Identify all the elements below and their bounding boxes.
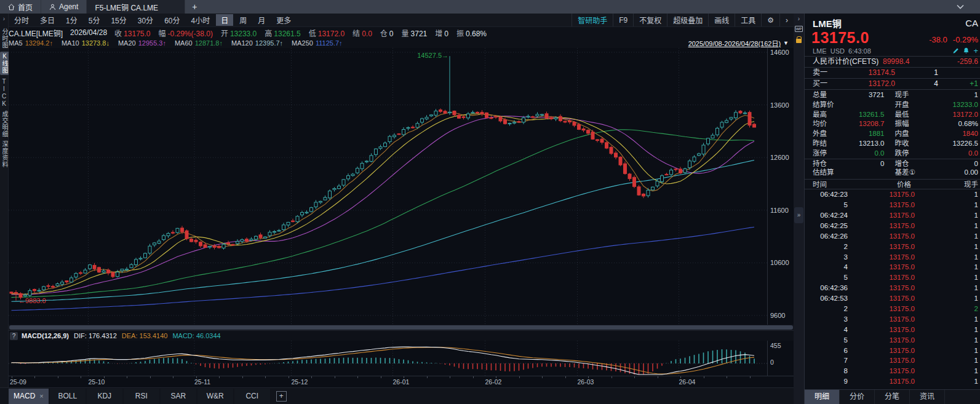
period-button-4小时[interactable]: 4小时 [186,14,215,26]
tick-row[interactable]: 513175.01 [805,200,980,210]
cfets-row[interactable]: 人民币计价(CFETS) 89998.4 -259.6 [805,57,980,68]
panel-arrow-icon[interactable]: › [794,15,804,23]
sidebar-item-成交明细[interactable]: 成交明细 [0,111,9,138]
sidebar-item-分时图[interactable]: 分时图 [0,28,9,49]
sidebar-collapse-icon[interactable]: › [0,14,8,25]
tick-row[interactable]: 513175.01 [805,335,980,346]
candlestick-chart[interactable]: 14527.5→←9883.0 [9,48,767,325]
chevron-down-icon[interactable] [957,0,964,14]
period-button-月[interactable]: 月 [253,14,270,26]
price-tick-11600: 11600 [770,207,789,214]
panel-expand-icon[interactable]: » [794,207,803,223]
info-field-振: 振0.68% [456,28,487,38]
stat-value: 1 [974,90,978,100]
panel-tab-资讯[interactable]: 资讯 [910,390,945,404]
contract-symbol: CA.LME[LME铜] [9,28,63,38]
indicator-tab-SAR[interactable]: SAR [161,389,196,404]
tick-row[interactable]: 713175.01 [805,355,980,366]
tick-row[interactable]: 413175.01 [805,262,980,272]
sidebar-item-K线图[interactable]: K线图 [0,52,9,75]
indicator-tab-RSI[interactable]: RSI [124,389,159,404]
contract-name: LME铜 [813,18,842,29]
sidebar-item-TICK[interactable]: TICK [1,78,7,108]
tab-contract[interactable]: F5-LME铜 CA.LME [87,0,185,14]
period-button-周[interactable]: 周 [234,14,252,26]
period-button-多日[interactable]: 多日 [35,14,60,26]
stat-label: 最低 [895,110,909,120]
panel-tab-明细[interactable]: 明细 [805,390,840,404]
tick-row[interactable]: 06:42:5313175.01 [805,293,980,304]
tick-row[interactable]: 413175.01 [805,325,980,335]
tick-row[interactable]: 613175.01 [805,346,980,356]
period-button-60分[interactable]: 60分 [159,14,185,26]
period-button-日[interactable]: 日 [216,14,233,26]
info-label: 幅 [159,30,166,38]
indicator-tab-CCI[interactable]: CCI [234,389,270,404]
new-tab-button[interactable]: + [185,0,204,14]
settings-gear-icon[interactable]: ⚙ [761,14,779,26]
stat-基差①: 基差①0.00 [893,168,980,178]
toolbar-button-超级叠加[interactable]: 超级叠加 [667,14,708,26]
axis-tick [542,376,543,378]
indicator-tab-KDJ[interactable]: KDJ [87,389,122,404]
indicator-tab-W&R[interactable]: W&R [197,389,233,404]
add-alert-icon[interactable]: + [973,47,978,54]
tick-volume: 1 [966,366,978,376]
toolbar-button-不复权[interactable]: 不复权 [633,14,667,26]
ticks-header: 时间 价格 现手 [805,180,980,189]
bell-icon[interactable] [963,47,970,54]
close-icon[interactable]: × [39,392,43,400]
tick-row[interactable]: 913175.01 [805,376,980,387]
wp-badge-icon[interactable]: WP [795,26,803,32]
time-sales-list[interactable]: 06:42:2313175.01513175.0106:42:2413175.0… [805,189,980,387]
tick-row[interactable]: 513175.01 [805,272,980,283]
tick-row[interactable]: 313175.01 [805,314,980,325]
tick-row[interactable]: 06:42:2313175.01 [805,189,980,200]
tick-row[interactable]: 06:42:2413175.01 [805,210,980,221]
period-button-更多[interactable]: 更多 [271,14,296,26]
panel-tab-分价[interactable]: 分价 [840,390,875,404]
pencil-icon[interactable] [952,47,959,54]
bid-price: 13172.0 [856,79,895,89]
indicator-tab-BOLL[interactable]: BOLL [50,389,86,404]
toolbar-button-F9[interactable]: F9 [613,14,633,26]
toolbar-button-画线[interactable]: 画线 [708,14,735,26]
date-range-control[interactable]: 2025/09/08-2026/04/28(162日) ▼ [688,38,794,48]
period-button-1分[interactable]: 1分 [61,14,82,26]
chart-scrollbar-thumb[interactable] [9,325,793,330]
axis-tick [335,376,335,378]
toolbar-button-工具[interactable]: 工具 [735,14,761,26]
indicator-tab-MACD[interactable]: MACD× [9,389,49,404]
period-button-30分[interactable]: 30分 [133,14,158,26]
lock-icon[interactable] [796,39,802,43]
stat-增仓: 增仓0 [893,159,980,168]
bid-row[interactable]: 买一 13172.0 4 +1 [805,79,980,90]
axis-tick [104,376,105,378]
add-indicator-button[interactable]: + [276,391,287,402]
chart-scrollbar[interactable] [9,325,794,330]
macd-panel[interactable] [9,341,767,376]
tick-row[interactable]: 213175.01 [805,242,980,252]
tick-row[interactable]: 06:42:2613175.01 [805,231,980,242]
tab-agent[interactable]: Agent [41,0,87,14]
sidebar-item-深度资料[interactable]: 深度资料 [0,141,9,168]
period-button-5分[interactable]: 5分 [84,14,105,26]
toolbar-button-智研助手[interactable]: 智研助手 [572,14,613,26]
macd-axis-zero: 0 [770,358,774,366]
help-icon[interactable]: ? [10,332,18,340]
stats-row: 持仓0增仓0 [805,159,980,168]
axis-tick [727,376,727,378]
period-button-15分[interactable]: 15分 [106,14,131,26]
toolbar-more-icon[interactable]: › [779,14,794,26]
panel-tab-分笔[interactable]: 分笔 [875,390,910,404]
ask-row[interactable]: 卖一 13174.5 1 [805,68,980,79]
tick-row[interactable]: 06:42:3613175.01 [805,283,980,293]
tick-row[interactable]: 213175.02 [805,304,980,314]
time-tick-26-01: 26-01 [393,378,410,386]
tick-row[interactable]: 813175.01 [805,366,980,376]
tick-price: 13175.0 [875,231,915,242]
period-button-分时[interactable]: 分时 [9,14,34,26]
tab-home[interactable]: 首页 [0,0,41,14]
tick-row[interactable]: 313175.01 [805,252,980,263]
tick-row[interactable]: 06:42:2513175.01 [805,221,980,231]
